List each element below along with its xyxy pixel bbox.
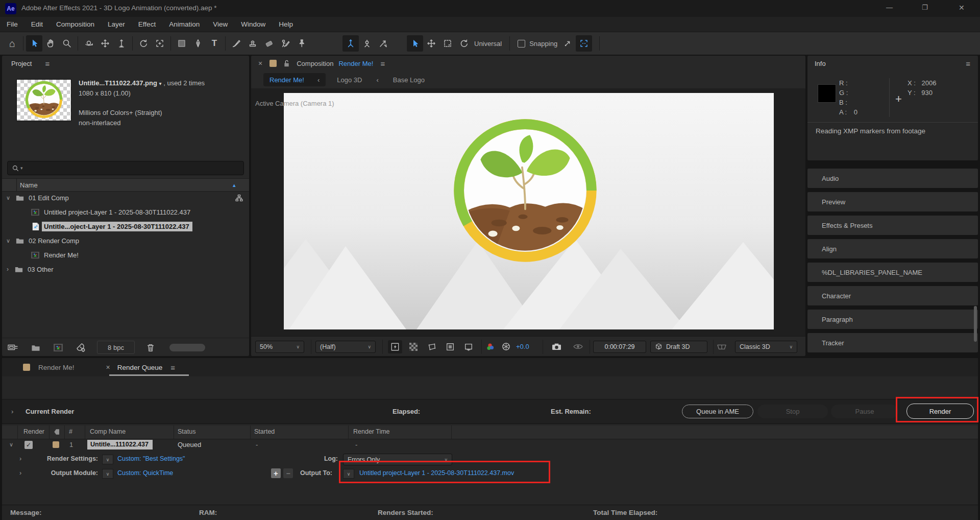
puppet-pin-tool[interactable]: [293, 35, 310, 52]
sort-ascending-icon[interactable]: ▴: [233, 182, 236, 188]
column-render[interactable]: Render: [23, 428, 44, 435]
close-panel-icon[interactable]: ×: [258, 59, 262, 67]
color-depth-button[interactable]: 8 bpc: [97, 341, 135, 354]
panel-tab-effects-presets[interactable]: Effects & Presets: [807, 216, 978, 235]
show-snapshot-eye-icon[interactable]: [573, 343, 583, 350]
home-tool[interactable]: ⌂: [4, 35, 20, 52]
fast-previews-button[interactable]: [388, 340, 402, 353]
snapping-options[interactable]: [559, 35, 576, 52]
project-panel-menu-icon[interactable]: ≡: [45, 59, 49, 68]
stop-button[interactable]: Stop: [757, 405, 828, 418]
comp-viewer[interactable]: Active Camera (Camera 1): [251, 88, 805, 336]
collapse-chevron-icon[interactable]: ∨: [6, 195, 10, 201]
column-status[interactable]: Status: [178, 428, 195, 435]
trash-icon[interactable]: [146, 343, 155, 352]
name-column-header[interactable]: Name: [20, 181, 38, 189]
tree-row-comp-renderme[interactable]: Render Me!: [2, 248, 249, 262]
column-render-time[interactable]: Render Time: [353, 428, 390, 435]
render-queue-row[interactable]: ∨ ✓ 1 Untitle...111022.437 Queued - -: [2, 439, 978, 452]
close-tab-icon[interactable]: ×: [106, 363, 110, 371]
region-of-interest-button[interactable]: [443, 340, 457, 353]
tree-row-comp-untitled[interactable]: Untitled project-Layer 1 - 2025-08-30T11…: [2, 205, 249, 219]
transparency-grid-button[interactable]: [406, 340, 421, 353]
eraser-tool[interactable]: [261, 35, 277, 52]
tree-row-folder-02[interactable]: ∨ 02 Render Comp: [2, 233, 249, 248]
panel-tab-preview[interactable]: Preview: [807, 192, 978, 211]
comp-label-color-swatch[interactable]: [270, 60, 277, 67]
row-label-color-swatch[interactable]: [53, 441, 59, 448]
output-module-dropdown-icon[interactable]: ∨: [102, 469, 113, 479]
rotation-tool[interactable]: [135, 35, 152, 52]
renderer-dropdown[interactable]: Classic 3D∨: [735, 341, 797, 353]
snapshot-camera-icon[interactable]: [551, 342, 562, 351]
roto-brush-tool[interactable]: [277, 35, 293, 52]
pause-button[interactable]: Pause: [831, 405, 898, 418]
close-window-button[interactable]: ✕: [959, 4, 965, 12]
menu-help[interactable]: Help: [272, 20, 300, 28]
pen-tool[interactable]: [190, 35, 206, 52]
active-comp-name[interactable]: Render Me!: [338, 60, 373, 67]
snapping-checkbox[interactable]: [518, 40, 525, 48]
project-tab[interactable]: Project: [11, 60, 32, 67]
panel-tab-tracker[interactable]: Tracker: [807, 333, 978, 352]
tab-render-queue[interactable]: Render Queue: [117, 364, 163, 371]
magnification-dropdown[interactable]: 50%∨: [255, 341, 304, 353]
universal-scale-tool[interactable]: [439, 35, 456, 52]
universal-move-tool[interactable]: [423, 35, 439, 52]
row-expander-icon[interactable]: ∨: [9, 441, 13, 448]
view-layout-icon[interactable]: [717, 343, 727, 351]
restore-button[interactable]: ❐: [922, 4, 928, 11]
menu-view[interactable]: View: [206, 20, 234, 28]
expand-chevron-icon[interactable]: ›: [7, 266, 9, 273]
camera-roi-tool[interactable]: [152, 35, 168, 52]
hand-tool[interactable]: [42, 35, 59, 52]
orbit-camera-tool[interactable]: [81, 35, 97, 52]
menu-layer[interactable]: Layer: [101, 20, 132, 28]
row-comp-name[interactable]: Untitle...111022.437: [87, 440, 153, 450]
new-composition-icon[interactable]: [53, 343, 63, 352]
right-stack-scrollbar[interactable]: [974, 306, 977, 342]
render-settings-dropdown-icon[interactable]: ∨: [102, 455, 113, 464]
type-tool[interactable]: T: [206, 35, 223, 52]
composition-panel-menu-icon[interactable]: ≡: [380, 59, 384, 68]
channel-rgb-icon[interactable]: [486, 342, 496, 351]
render-settings-value[interactable]: Custom: "Best Settings": [117, 455, 185, 462]
local-axis-mode[interactable]: [342, 35, 359, 52]
universal-selection-arrow[interactable]: [407, 35, 423, 52]
tree-row-footage-selected[interactable]: Untitle...oject-Layer 1 - 2025-08-30T111…: [2, 219, 249, 233]
zoom-tool[interactable]: [59, 35, 75, 52]
panel-tab-paragraph[interactable]: Paragraph: [807, 310, 978, 329]
output-module-value[interactable]: Custom: QuickTime: [117, 469, 173, 477]
tab-render-me[interactable]: Render Me!: [38, 364, 75, 371]
composition-panel-label[interactable]: Composition: [297, 60, 333, 67]
panel-tab-character[interactable]: Character: [807, 286, 978, 305]
clone-stamp-tool[interactable]: [244, 35, 261, 52]
resolution-dropdown[interactable]: (Half)∨: [315, 341, 376, 353]
column-number[interactable]: #: [69, 428, 72, 435]
panel-tab-align[interactable]: Align: [807, 239, 978, 258]
breadcrumb-render-me[interactable]: Render Me! ‹: [263, 73, 326, 86]
unlock-icon[interactable]: [283, 59, 290, 67]
panel-tab-audio[interactable]: Audio: [807, 169, 978, 188]
output-module-expander-icon[interactable]: ›: [19, 469, 21, 477]
add-output-module-button[interactable]: +: [271, 468, 281, 478]
render-enabled-checkbox[interactable]: ✓: [24, 441, 33, 449]
selection-tool[interactable]: [26, 35, 42, 52]
world-axis-mode[interactable]: [359, 35, 375, 52]
universal-rotate-tool[interactable]: [456, 35, 472, 52]
menu-animation[interactable]: Animation: [162, 20, 206, 28]
breadcrumb-baselogo[interactable]: Base Logo: [393, 76, 425, 84]
view-axis-mode[interactable]: [375, 35, 391, 52]
exposure-shutter-icon[interactable]: [501, 342, 511, 351]
remove-output-module-button[interactable]: −: [283, 468, 293, 478]
menu-window[interactable]: Window: [234, 20, 272, 28]
current-render-expander-icon[interactable]: ›: [11, 408, 13, 415]
dolly-camera-tool[interactable]: [113, 35, 130, 52]
project-search-box[interactable]: ▾: [7, 161, 244, 175]
flowchart-icon[interactable]: [235, 194, 243, 202]
shape-tool[interactable]: [174, 35, 190, 52]
mask-visibility-button[interactable]: [425, 340, 439, 353]
collapse-chevron-icon[interactable]: ∨: [6, 238, 10, 244]
comp-canvas[interactable]: [284, 93, 774, 329]
menu-file[interactable]: File: [0, 20, 24, 28]
